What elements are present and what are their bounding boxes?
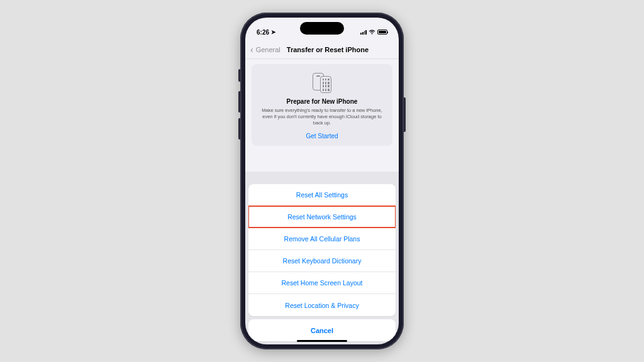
prepare-description: Make sure everything's ready to transfer…: [259, 107, 385, 126]
reset-all-settings-item[interactable]: Reset All Settings: [248, 184, 396, 206]
battery-icon: [377, 30, 387, 35]
status-time: 6:26: [257, 29, 269, 36]
reset-network-settings-item[interactable]: Reset Network Settings: [248, 206, 396, 228]
sheet-item-label: Reset Location & Privacy: [285, 302, 358, 309]
get-started-link[interactable]: Get Started: [259, 133, 385, 140]
sheet-item-label: Reset Keyboard Dictionary: [283, 257, 362, 265]
iphone-frame: 6:26 ➤ ‹ General Transfer or Reset iPhon…: [240, 13, 404, 349]
reset-location-privacy-item[interactable]: Reset Location & Privacy: [248, 294, 396, 316]
sheet-item-label: Reset All Settings: [296, 191, 348, 199]
wifi-icon: [369, 30, 375, 35]
home-indicator[interactable]: [297, 340, 347, 342]
page-title: Transfer or Reset iPhone: [287, 46, 369, 53]
screen: 6:26 ➤ ‹ General Transfer or Reset iPhon…: [245, 18, 399, 344]
dynamic-island: [300, 22, 344, 35]
reset-home-screen-layout-item[interactable]: Reset Home Screen Layout: [248, 272, 396, 294]
back-chevron-icon[interactable]: ‹: [250, 45, 253, 55]
remove-cellular-plans-item[interactable]: Remove All Cellular Plans: [248, 228, 396, 250]
nav-bar: ‹ General Transfer or Reset iPhone: [245, 40, 399, 59]
reset-keyboard-dictionary-item[interactable]: Reset Keyboard Dictionary: [248, 250, 396, 272]
sheet-item-label: Reset Network Settings: [287, 213, 357, 221]
content-area: Prepare for New iPhone Make sure everyth…: [245, 59, 399, 146]
transfer-devices-icon: [310, 73, 334, 93]
sheet-item-label: Reset Home Screen Layout: [282, 279, 363, 287]
prepare-card: Prepare for New iPhone Make sure everyth…: [252, 64, 392, 146]
power-button: [404, 97, 406, 132]
volume-up-button: [238, 91, 240, 112]
cellular-signal-icon: [360, 30, 367, 35]
mute-switch: [238, 69, 240, 82]
location-icon: ➤: [271, 29, 276, 35]
prepare-title: Prepare for New iPhone: [259, 98, 385, 105]
volume-down-button: [238, 118, 240, 140]
reset-action-sheet: Reset All Settings Reset Network Setting…: [248, 184, 396, 341]
cancel-label: Cancel: [311, 327, 333, 334]
back-button[interactable]: General: [256, 46, 280, 53]
cancel-button[interactable]: Cancel: [248, 319, 396, 341]
sheet-item-label: Remove All Cellular Plans: [284, 235, 360, 243]
reset-options-group: Reset All Settings Reset Network Setting…: [248, 184, 396, 316]
